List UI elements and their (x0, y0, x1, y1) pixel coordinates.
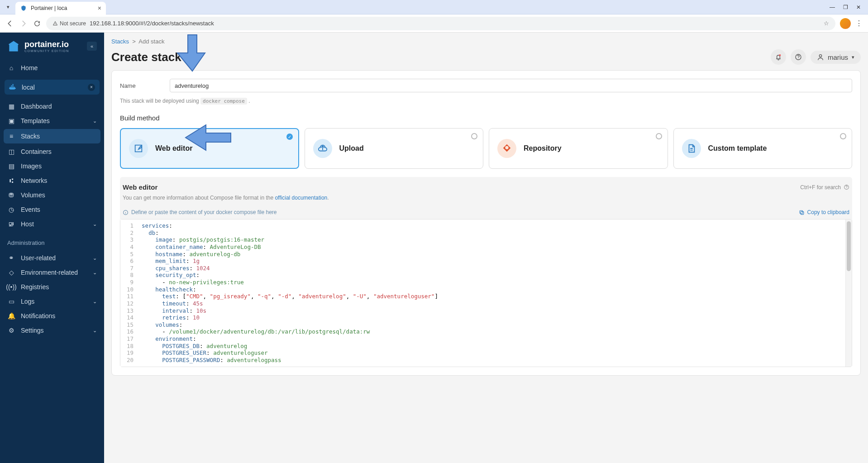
name-label: Name (120, 82, 161, 89)
networks-icon: ⑆ (7, 177, 15, 184)
build-method-upload[interactable]: Upload (305, 128, 484, 169)
address-bar[interactable]: Not secure 192.168.1.18:9000/#!/2/docker… (46, 17, 835, 30)
back-button[interactable] (5, 19, 14, 28)
editor-search-hint: Ctrl+F for search (800, 184, 849, 191)
method-label: Web editor (155, 144, 192, 153)
sidebar-item-volumes[interactable]: ⛃Volumes (0, 188, 104, 202)
volumes-icon: ⛃ (7, 191, 15, 199)
browser-toolbar: Not secure 192.168.1.18:9000/#!/2/docker… (0, 14, 868, 33)
breadcrumb-parent[interactable]: Stacks (111, 38, 129, 45)
logs-icon: ▭ (7, 298, 15, 305)
sidebar-item-events[interactable]: ◷Events (0, 202, 104, 217)
main-content: Stacks > Add stack Create stack (104, 33, 868, 463)
method-label: Upload (339, 144, 364, 153)
copy-to-clipboard-button[interactable]: Copy to clipboard (799, 209, 849, 215)
reload-button[interactable] (33, 19, 42, 28)
logo-row: portainer.io COMMUNITY EDITION « (0, 33, 104, 59)
sidebar-item-label: Environment-related (21, 269, 78, 276)
sidebar-admin-label: Administration (0, 233, 104, 249)
method-label: Repository (524, 144, 562, 153)
stack-name-input[interactable] (170, 79, 852, 92)
method-icon (129, 139, 148, 158)
sidebar-item-templates[interactable]: ▣Templates⌄ (0, 114, 104, 128)
logo-text: portainer.io COMMUNITY EDITION (24, 40, 69, 53)
registries-icon: ((•)) (7, 283, 15, 291)
method-label: Custom template (708, 144, 767, 153)
sidebar-item-environment-related[interactable]: ◇Environment-related⌄ (0, 265, 104, 280)
portainer-logo-icon (7, 40, 20, 53)
user-menu[interactable]: marius ▾ (811, 51, 861, 64)
forward-button[interactable] (19, 19, 28, 28)
tab-title: Portainer | loca (31, 5, 94, 11)
sidebar-item-home[interactable]: ⌂ Home (0, 61, 104, 75)
docker-icon (9, 83, 17, 91)
sidebar-item-host[interactable]: 🖳Host⌄ (0, 217, 104, 231)
stacks-icon: ≡ (7, 133, 15, 140)
window-maximize-icon[interactable]: ❐ (843, 4, 848, 10)
templates-icon: ▣ (7, 117, 15, 124)
compose-editor[interactable]: 1234567891011121314151617181920 services… (120, 219, 852, 367)
browser-menu-icon[interactable]: ⋮ (855, 19, 863, 28)
sidebar-item-images[interactable]: ▤Images (0, 159, 104, 173)
profile-avatar[interactable] (840, 18, 851, 29)
method-icon (497, 139, 516, 158)
window-minimize-icon[interactable]: — (830, 4, 835, 10)
sidebar-env-local[interactable]: local × (5, 80, 100, 95)
sidebar-item-dashboard[interactable]: ▦Dashboard (0, 99, 104, 114)
sidebar-collapse-icon[interactable]: « (87, 42, 97, 51)
events-icon: ◷ (7, 206, 15, 213)
deploy-note: This stack will be deployed using docker… (120, 98, 852, 104)
build-method-web-editor[interactable]: Web editor (120, 128, 299, 169)
sidebar-item-label: Registries (21, 283, 49, 291)
tab-list-dropdown-icon[interactable]: ▾ (4, 3, 13, 12)
method-icon (313, 139, 332, 158)
page-title: Create stack (111, 50, 194, 64)
copy-icon (799, 210, 805, 215)
sidebar-item-label: Host (21, 220, 34, 228)
sidebar-item-label: Notifications (21, 312, 55, 320)
not-secure-badge: Not secure (52, 20, 86, 27)
images-icon: ▤ (7, 162, 15, 170)
editor-scrollbar[interactable] (845, 220, 852, 367)
radio-icon (286, 134, 293, 140)
tab-close-icon[interactable]: × (98, 5, 101, 12)
info-icon (123, 210, 129, 215)
sidebar-item-networks[interactable]: ⑆Networks (0, 173, 104, 188)
browser-tab[interactable]: Portainer | loca × (15, 2, 106, 14)
chevron-down-icon: ⌄ (93, 328, 97, 334)
env-close-icon[interactable]: × (88, 84, 95, 91)
sidebar-item-containers[interactable]: ◫Containers (0, 144, 104, 159)
bookmark-star-icon[interactable]: ☆ (824, 20, 829, 27)
sidebar: portainer.io COMMUNITY EDITION « ⌂ Home … (0, 33, 104, 463)
editor-gutter: 1234567891011121314151617181920 (120, 220, 138, 367)
editor-desc: You can get more information about Compo… (120, 195, 852, 205)
editor-content[interactable]: services: db: image: postgis/postgis:16-… (138, 220, 845, 367)
sidebar-item-notifications[interactable]: 🔔Notifications (0, 309, 104, 323)
help-button[interactable] (791, 49, 806, 65)
window-close-icon[interactable]: ✕ (856, 4, 861, 10)
username-label: marius (828, 53, 848, 61)
docs-link[interactable]: official documentation (275, 195, 327, 201)
sidebar-item-label: Events (21, 206, 40, 213)
chevron-down-icon: ⌄ (93, 118, 97, 124)
svg-rect-5 (801, 211, 804, 215)
sidebar-item-label: Dashboard (21, 103, 52, 110)
sidebar-item-label: User-related (21, 254, 56, 262)
build-method-repository[interactable]: Repository (489, 128, 668, 169)
sidebar-env-label: local (22, 84, 35, 91)
notifications-icon: 🔔 (7, 312, 15, 320)
sidebar-item-logs[interactable]: ▭Logs⌄ (0, 294, 104, 309)
dashboard-icon: ▦ (7, 103, 15, 110)
sidebar-item-user-related[interactable]: ⚭User-related⌄ (0, 251, 104, 265)
host-icon: 🖳 (7, 220, 15, 228)
refresh-icon[interactable] (186, 52, 194, 62)
sidebar-item-label: Logs (21, 298, 34, 305)
editor-placeholder-hint: Define or paste the content of your dock… (123, 209, 277, 215)
sidebar-item-settings[interactable]: ⚙Settings⌄ (0, 323, 104, 338)
build-method-custom-template[interactable]: Custom template (673, 128, 853, 169)
notifications-button[interactable] (771, 49, 786, 65)
sidebar-item-stacks[interactable]: ≡Stacks (4, 129, 100, 143)
help-icon (844, 184, 849, 190)
sidebar-item-label: Volumes (21, 191, 45, 199)
sidebar-item-registries[interactable]: ((•))Registries (0, 280, 104, 294)
